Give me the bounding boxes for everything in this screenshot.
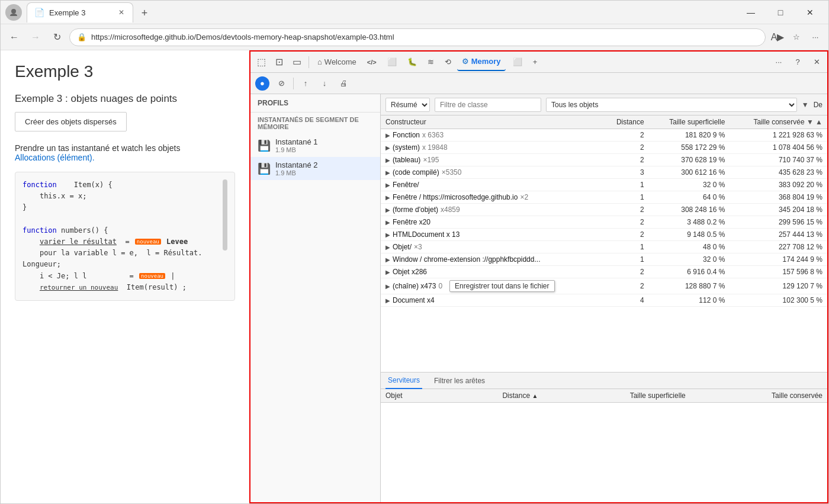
- expand-arrow-icon[interactable]: ▶: [385, 145, 390, 151]
- expand-arrow-icon[interactable]: ▶: [385, 269, 390, 275]
- distance-cell: 2: [603, 266, 649, 278]
- save-tooltip[interactable]: Enregistrer tout dans le fichier: [449, 280, 554, 292]
- tab-performance[interactable]: ⟲: [440, 53, 456, 71]
- reload-button[interactable]: ↻: [48, 28, 66, 46]
- bottom-header-row: Objet Distance ▲ Taille superficielle Ta…: [381, 389, 827, 403]
- bottom-tab-serviteurs[interactable]: Serviteurs: [385, 373, 422, 389]
- expand-arrow-icon[interactable]: ▶: [385, 132, 390, 139]
- retained-size-cell: 227 708 12 %: [730, 241, 827, 253]
- devtools-sidebar-button[interactable]: ▭: [288, 54, 305, 70]
- devtools-overflow-button[interactable]: ···: [770, 54, 787, 70]
- distance-cell: 2: [603, 216, 649, 229]
- profile-snapshot-icon-2: 💾: [258, 162, 271, 175]
- upload-button[interactable]: ↑: [298, 76, 313, 91]
- expand-arrow-icon[interactable]: ▶: [385, 219, 390, 226]
- class-filter-input[interactable]: [435, 98, 541, 112]
- heap-table: Constructeur Distance Taille superficiel…: [381, 115, 827, 307]
- create-objects-button[interactable]: Créer des objets dispersés: [15, 112, 127, 131]
- objects-select[interactable]: Tous les objets: [546, 98, 797, 112]
- expand-arrow-icon[interactable]: ▶: [385, 194, 390, 201]
- new-tab-button[interactable]: +: [136, 5, 153, 23]
- allocations-link[interactable]: Allocations (élément).: [15, 153, 95, 162]
- expand-arrow-icon[interactable]: ▶: [385, 244, 390, 251]
- tab-elements[interactable]: </>: [362, 53, 381, 71]
- col-retained-size[interactable]: Taille conservée ▼ ▲: [730, 115, 827, 129]
- retained-size-cell: 102 300 5 %: [730, 294, 827, 307]
- expand-arrow-icon[interactable]: ▶: [385, 182, 390, 188]
- table-row[interactable]: ▶Objet/ ×3148 0 %227 708 12 %: [381, 241, 827, 253]
- table-row[interactable]: ▶(tableau) ×1952370 628 19 %710 740 37 %: [381, 154, 827, 166]
- expand-arrow-icon[interactable]: ▶: [385, 157, 390, 163]
- constructor-name: Objet x286: [393, 268, 427, 276]
- expand-arrow-icon[interactable]: ▶: [385, 207, 390, 213]
- table-row[interactable]: ▶Fenêtre/132 0 %383 092 20 %: [381, 179, 827, 191]
- devtools-new-tab-button[interactable]: ⬜: [509, 54, 526, 70]
- profile-info-2: Instantané 2 1.9 MB: [275, 160, 373, 176]
- download-button[interactable]: ↓: [317, 76, 332, 91]
- table-row[interactable]: ▶Objet x28626 916 0.4 %157 596 8 %: [381, 266, 827, 278]
- table-row[interactable]: ▶Fenêtre / https://microsoftedge.github.…: [381, 191, 827, 204]
- expand-arrow-icon[interactable]: ▶: [385, 232, 390, 238]
- tab-welcome[interactable]: ⌂ Welcome: [313, 53, 361, 71]
- table-row[interactable]: ▶Document x44112 0 %102 300 5 %: [381, 294, 827, 307]
- devtools-close-button[interactable]: ✕: [808, 54, 825, 70]
- constructor-name: Document x4: [393, 296, 435, 304]
- bottom-col-objet[interactable]: Objet: [381, 389, 441, 403]
- expand-arrow-icon[interactable]: ▶: [385, 283, 390, 290]
- more-button[interactable]: ···: [807, 29, 824, 46]
- profile-avatar[interactable]: [5, 4, 22, 21]
- table-row[interactable]: ▶Window / chrome-extension ://gpphkfbcpi…: [381, 253, 827, 266]
- close-window-button[interactable]: ✕: [796, 3, 824, 22]
- table-row[interactable]: ▶(forme d'objet) x48592308 248 16 %345 2…: [381, 204, 827, 216]
- table-row[interactable]: ▶(system) x 198482558 172 29 %1 078 404 …: [381, 142, 827, 154]
- bottom-col-shallow[interactable]: Taille superficielle: [542, 389, 690, 403]
- retained-size-cell: 1 221 928 63 %: [730, 129, 827, 142]
- print-button[interactable]: 🖨: [336, 76, 351, 91]
- url-bar[interactable]: 🔒 https://microsoftedge.github.io/Demos/…: [69, 28, 766, 46]
- bottom-col-distance[interactable]: Distance ▲: [441, 389, 542, 403]
- profile-name-2: Instantané 2: [275, 160, 373, 169]
- expand-arrow-icon[interactable]: ▶: [385, 297, 390, 304]
- bottom-table-area[interactable]: Objet Distance ▲ Taille superficielle Ta…: [381, 389, 827, 502]
- read-aloud-button[interactable]: A▶: [769, 29, 786, 46]
- table-row[interactable]: ▶Fenêtre x2023 488 0.2 %299 596 15 %: [381, 216, 827, 229]
- expand-arrow-icon[interactable]: ▶: [385, 256, 390, 263]
- profile-item-2[interactable]: 💾 Instantané 2 1.9 MB: [250, 157, 380, 180]
- profile-snapshot-icon-1: 💾: [258, 139, 271, 152]
- devtools-inspect-button[interactable]: ⊡: [271, 54, 287, 70]
- table-row[interactable]: ▶HTMLDocument x 1329 148 0.5 %257 444 13…: [381, 229, 827, 241]
- table-row[interactable]: ▶(chaîne) x473 0Enregistrer tout dans le…: [381, 278, 827, 294]
- bottom-tab-filter[interactable]: Filtrer les arêtes: [432, 373, 487, 389]
- tab-network[interactable]: ≋: [423, 53, 439, 71]
- tab-close-button[interactable]: ✕: [117, 7, 126, 18]
- main-content: Exemple 3 Exemple 3 : objets nuages de p…: [1, 50, 828, 503]
- forward-button[interactable]: →: [27, 28, 44, 46]
- devtools-help-button[interactable]: ?: [789, 54, 806, 70]
- view-select[interactable]: Résumé: [385, 98, 430, 112]
- expand-arrow-icon[interactable]: ▶: [385, 169, 390, 176]
- clear-button[interactable]: ⊘: [274, 76, 288, 91]
- devtools-cast-button[interactable]: ⬚: [253, 54, 269, 70]
- constructor-count: ×195: [423, 156, 439, 164]
- browser-tab[interactable]: 📄 Exemple 3 ✕: [27, 2, 133, 23]
- col-shallow-size[interactable]: Taille superficielle: [649, 115, 730, 129]
- record-heap-button[interactable]: ●: [255, 76, 269, 91]
- minimize-button[interactable]: —: [737, 3, 764, 22]
- code-block: fonction Item(x) { this.x = x; } functio…: [15, 172, 235, 301]
- page-subtitle: Exemple 3 : objets nuages de points: [15, 93, 235, 105]
- tab-console[interactable]: ⬜: [383, 53, 401, 71]
- heap-table-area[interactable]: Constructeur Distance Taille superficiel…: [381, 115, 827, 372]
- table-row[interactable]: ▶(code compilé) ×53503300 612 16 %435 62…: [381, 166, 827, 179]
- tab-memory[interactable]: ⚙ Memory: [457, 53, 506, 71]
- col-distance[interactable]: Distance: [603, 115, 649, 129]
- devtools-add-button[interactable]: +: [527, 54, 544, 70]
- profile-item-1[interactable]: 💾 Instantané 1 1.9 MB: [250, 134, 380, 157]
- favorites-button[interactable]: ☆: [788, 29, 805, 46]
- tab-sources[interactable]: 🐛: [403, 53, 422, 71]
- back-button[interactable]: ←: [5, 28, 23, 46]
- table-row[interactable]: ▶Fonction x 63632181 820 9 %1 221 928 63…: [381, 129, 827, 142]
- col-constructor[interactable]: Constructeur: [381, 115, 603, 129]
- maximize-button[interactable]: □: [767, 3, 794, 22]
- filter-dropdown-arrow: ▼: [802, 101, 809, 109]
- bottom-col-retained[interactable]: Taille conservée: [690, 389, 827, 403]
